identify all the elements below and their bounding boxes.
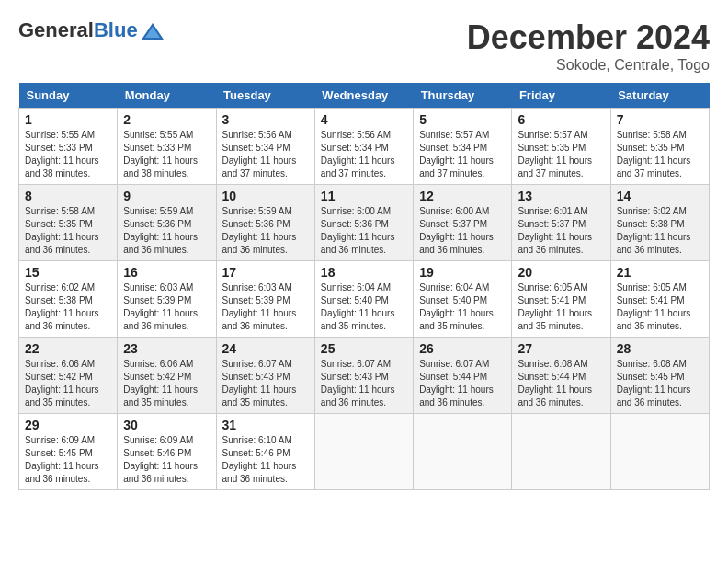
calendar-day-29: 29Sunrise: 6:09 AM Sunset: 5:45 PM Dayli… — [19, 414, 118, 490]
calendar-day-8: 8Sunrise: 5:58 AM Sunset: 5:35 PM Daylig… — [19, 185, 118, 261]
day-number: 26 — [419, 341, 506, 356]
day-info: Sunrise: 6:07 AM Sunset: 5:44 PM Dayligh… — [419, 358, 506, 409]
day-info: Sunrise: 6:04 AM Sunset: 5:40 PM Dayligh… — [419, 282, 506, 333]
calendar-day-10: 10Sunrise: 5:59 AM Sunset: 5:36 PM Dayli… — [216, 185, 314, 261]
calendar-day-2: 2Sunrise: 5:55 AM Sunset: 5:33 PM Daylig… — [118, 109, 216, 185]
location-title: Sokode, Centrale, Togo — [467, 57, 710, 74]
day-number: 25 — [321, 341, 407, 356]
day-info: Sunrise: 6:02 AM Sunset: 5:38 PM Dayligh… — [617, 205, 703, 257]
day-info: Sunrise: 5:57 AM Sunset: 5:35 PM Dayligh… — [518, 129, 604, 180]
calendar-day-4: 4Sunrise: 5:56 AM Sunset: 5:34 PM Daylig… — [314, 109, 413, 185]
day-number: 14 — [617, 189, 703, 203]
day-info: Sunrise: 6:10 AM Sunset: 5:46 PM Dayligh… — [222, 434, 309, 486]
day-info: Sunrise: 5:58 AM Sunset: 5:35 PM Dayligh… — [617, 129, 703, 180]
calendar-day-26: 26Sunrise: 6:07 AM Sunset: 5:44 PM Dayli… — [414, 338, 512, 414]
day-number: 11 — [321, 189, 407, 203]
logo-general-text: General — [18, 18, 94, 42]
day-info: Sunrise: 5:59 AM Sunset: 5:36 PM Dayligh… — [123, 205, 210, 257]
title-area: December 2024 Sokode, Centrale, Togo — [467, 18, 710, 74]
calendar-header-thursday: Thursday — [414, 83, 512, 109]
day-info: Sunrise: 6:08 AM Sunset: 5:45 PM Dayligh… — [617, 358, 703, 409]
calendar-header-friday: Friday — [512, 83, 610, 109]
calendar-day-19: 19Sunrise: 6:04 AM Sunset: 5:40 PM Dayli… — [414, 261, 512, 338]
calendar-day-11: 11Sunrise: 6:00 AM Sunset: 5:36 PM Dayli… — [314, 185, 413, 261]
calendar-header-wednesday: Wednesday — [314, 83, 413, 109]
day-info: Sunrise: 6:08 AM Sunset: 5:44 PM Dayligh… — [518, 358, 604, 409]
day-info: Sunrise: 5:55 AM Sunset: 5:33 PM Dayligh… — [123, 129, 210, 180]
day-info: Sunrise: 6:06 AM Sunset: 5:42 PM Dayligh… — [123, 358, 210, 409]
calendar-day-15: 15Sunrise: 6:02 AM Sunset: 5:38 PM Dayli… — [19, 261, 118, 338]
day-number: 2 — [123, 112, 210, 127]
day-number: 3 — [222, 112, 309, 127]
day-info: Sunrise: 6:07 AM Sunset: 5:43 PM Dayligh… — [321, 358, 407, 409]
calendar-day-20: 20Sunrise: 6:05 AM Sunset: 5:41 PM Dayli… — [512, 261, 610, 338]
calendar-day-23: 23Sunrise: 6:06 AM Sunset: 5:42 PM Dayli… — [118, 338, 216, 414]
calendar-header-saturday: Saturday — [610, 83, 709, 109]
calendar-day-30: 30Sunrise: 6:09 AM Sunset: 5:46 PM Dayli… — [118, 414, 216, 490]
day-info: Sunrise: 5:55 AM Sunset: 5:33 PM Dayligh… — [25, 129, 111, 180]
day-number: 31 — [222, 418, 309, 432]
day-number: 8 — [25, 189, 111, 203]
header: GeneralBlue December 2024 Sokode, Centra… — [18, 18, 710, 74]
calendar-day-9: 9Sunrise: 5:59 AM Sunset: 5:36 PM Daylig… — [118, 185, 216, 261]
day-number: 16 — [123, 265, 210, 280]
logo-blue-text: Blue — [94, 18, 138, 42]
calendar-header-row: SundayMondayTuesdayWednesdayThursdayFrid… — [19, 83, 710, 109]
day-number: 28 — [617, 341, 703, 356]
day-number: 21 — [617, 265, 703, 280]
calendar-day-1: 1Sunrise: 5:55 AM Sunset: 5:33 PM Daylig… — [19, 109, 118, 185]
calendar-day-25: 25Sunrise: 6:07 AM Sunset: 5:43 PM Dayli… — [314, 338, 413, 414]
day-number: 12 — [419, 189, 506, 203]
day-info: Sunrise: 5:59 AM Sunset: 5:36 PM Dayligh… — [222, 205, 309, 257]
day-number: 17 — [222, 265, 309, 280]
logo: GeneralBlue — [18, 18, 165, 42]
calendar-day-22: 22Sunrise: 6:06 AM Sunset: 5:42 PM Dayli… — [19, 338, 118, 414]
calendar-day-6: 6Sunrise: 5:57 AM Sunset: 5:35 PM Daylig… — [512, 109, 610, 185]
day-number: 6 — [518, 112, 604, 127]
day-info: Sunrise: 5:56 AM Sunset: 5:34 PM Dayligh… — [222, 129, 309, 180]
day-number: 30 — [123, 418, 210, 432]
day-number: 15 — [25, 265, 111, 280]
day-number: 9 — [123, 189, 210, 203]
day-info: Sunrise: 5:57 AM Sunset: 5:34 PM Dayligh… — [419, 129, 506, 180]
logo-icon — [140, 21, 165, 40]
calendar-week-5: 29Sunrise: 6:09 AM Sunset: 5:45 PM Dayli… — [19, 414, 710, 490]
day-info: Sunrise: 6:01 AM Sunset: 5:37 PM Dayligh… — [518, 205, 604, 257]
day-number: 24 — [222, 341, 309, 356]
day-number: 20 — [518, 265, 604, 280]
calendar-empty — [610, 414, 709, 490]
calendar: SundayMondayTuesdayWednesdayThursdayFrid… — [18, 83, 710, 490]
day-number: 27 — [518, 341, 604, 356]
calendar-day-5: 5Sunrise: 5:57 AM Sunset: 5:34 PM Daylig… — [414, 109, 512, 185]
calendar-day-18: 18Sunrise: 6:04 AM Sunset: 5:40 PM Dayli… — [314, 261, 413, 338]
calendar-day-21: 21Sunrise: 6:05 AM Sunset: 5:41 PM Dayli… — [610, 261, 709, 338]
day-number: 13 — [518, 189, 604, 203]
calendar-empty — [314, 414, 413, 490]
calendar-header-sunday: Sunday — [19, 83, 118, 109]
calendar-day-16: 16Sunrise: 6:03 AM Sunset: 5:39 PM Dayli… — [118, 261, 216, 338]
calendar-header-monday: Monday — [118, 83, 216, 109]
day-info: Sunrise: 6:07 AM Sunset: 5:43 PM Dayligh… — [222, 358, 309, 409]
day-number: 4 — [321, 112, 407, 127]
calendar-week-2: 8Sunrise: 5:58 AM Sunset: 5:35 PM Daylig… — [19, 185, 710, 261]
calendar-week-1: 1Sunrise: 5:55 AM Sunset: 5:33 PM Daylig… — [19, 109, 710, 185]
calendar-week-3: 15Sunrise: 6:02 AM Sunset: 5:38 PM Dayli… — [19, 261, 710, 338]
day-number: 1 — [25, 112, 111, 127]
day-info: Sunrise: 6:00 AM Sunset: 5:36 PM Dayligh… — [321, 205, 407, 257]
day-info: Sunrise: 6:02 AM Sunset: 5:38 PM Dayligh… — [25, 282, 111, 333]
day-number: 10 — [222, 189, 309, 203]
month-title: December 2024 — [467, 18, 710, 57]
calendar-day-17: 17Sunrise: 6:03 AM Sunset: 5:39 PM Dayli… — [216, 261, 314, 338]
calendar-day-27: 27Sunrise: 6:08 AM Sunset: 5:44 PM Dayli… — [512, 338, 610, 414]
day-info: Sunrise: 6:03 AM Sunset: 5:39 PM Dayligh… — [222, 282, 309, 333]
calendar-empty — [512, 414, 610, 490]
calendar-empty — [414, 414, 512, 490]
day-info: Sunrise: 6:04 AM Sunset: 5:40 PM Dayligh… — [321, 282, 407, 333]
day-info: Sunrise: 6:05 AM Sunset: 5:41 PM Dayligh… — [518, 282, 604, 333]
calendar-day-7: 7Sunrise: 5:58 AM Sunset: 5:35 PM Daylig… — [610, 109, 709, 185]
day-info: Sunrise: 5:58 AM Sunset: 5:35 PM Dayligh… — [25, 205, 111, 257]
calendar-day-31: 31Sunrise: 6:10 AM Sunset: 5:46 PM Dayli… — [216, 414, 314, 490]
day-info: Sunrise: 6:00 AM Sunset: 5:37 PM Dayligh… — [419, 205, 506, 257]
calendar-header-tuesday: Tuesday — [216, 83, 314, 109]
day-info: Sunrise: 6:05 AM Sunset: 5:41 PM Dayligh… — [617, 282, 703, 333]
